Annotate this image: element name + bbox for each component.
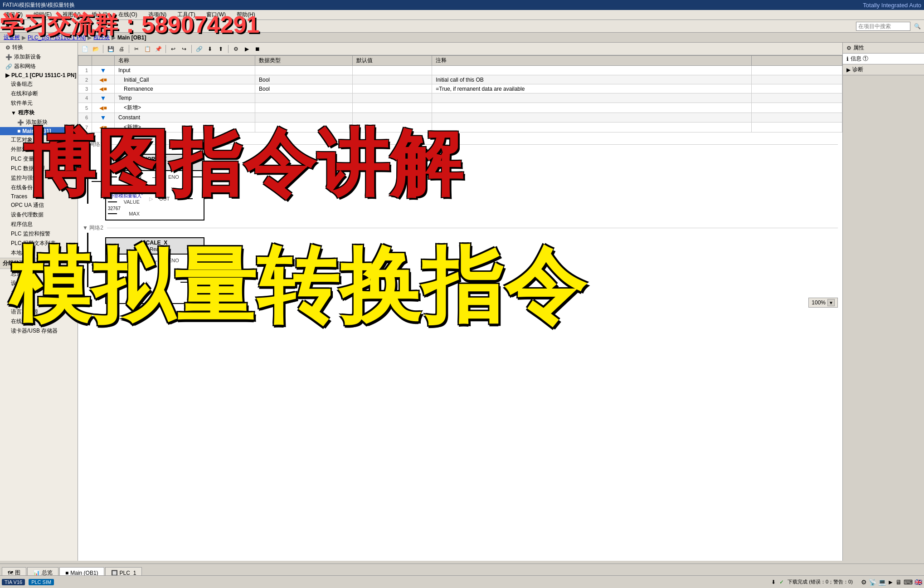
app-name-right: Totally Integrated Auto bbox=[863, 2, 921, 9]
table-row[interactable]: 4 ▼ Temp bbox=[78, 93, 842, 103]
tb-copy[interactable]: 📋 bbox=[142, 44, 152, 54]
tb-cut[interactable]: ✂ bbox=[131, 44, 141, 54]
table-row[interactable]: 1 ▼ Input bbox=[78, 66, 842, 75]
table-row[interactable]: 6 ▼ Constant bbox=[78, 113, 842, 122]
row-icon: ◀■ bbox=[92, 84, 115, 93]
col-num bbox=[78, 56, 92, 66]
tia-version: TIA V16 bbox=[2, 579, 25, 585]
tb-save[interactable]: 💾 bbox=[106, 44, 116, 54]
row-default bbox=[353, 84, 432, 93]
sidebar-item-add-device[interactable]: ➕ 添加新设备 bbox=[0, 52, 78, 62]
status-download-text: 下载完成 (错误：0；警告：0) bbox=[788, 578, 853, 585]
tb-print[interactable]: 🖨 bbox=[117, 44, 126, 54]
sidebar-item-plc[interactable]: ▶ PLC_1 [CPU 1511C-1 PN] bbox=[0, 71, 78, 79]
row-name[interactable]: Input bbox=[115, 66, 255, 75]
row-num: 6 bbox=[78, 113, 92, 122]
status-icons-right: ⚙ 📡 💻 ► 🖥 ⌨ 🇬🇧 bbox=[861, 578, 922, 586]
tb-paste[interactable]: 📌 bbox=[153, 44, 163, 54]
row-type: Bool bbox=[255, 75, 353, 84]
row-num: 4 bbox=[78, 93, 92, 103]
sidebar-item-convert[interactable]: ⚙ 转换 bbox=[0, 43, 78, 52]
main-overlay-title: 博图指令讲解 bbox=[23, 127, 463, 200]
sidebar-item-device-proxy[interactable]: 设备代理数据 bbox=[0, 210, 78, 220]
col-extra bbox=[752, 56, 842, 66]
tb-download[interactable]: ⬇ bbox=[205, 44, 215, 54]
search-button[interactable]: 🔍 bbox=[912, 21, 922, 31]
sidebar-item-program-blocks[interactable]: ▼ 程序块 bbox=[0, 108, 78, 118]
norm-x-max-row: 32767 MAX bbox=[108, 206, 202, 216]
sidebar-item-plc-alarms[interactable]: PLC 监控和报警 bbox=[0, 229, 78, 239]
row-default bbox=[353, 103, 432, 113]
col-comment[interactable]: 注释 bbox=[432, 56, 752, 66]
table-row[interactable]: 5 ◀■ <新增> bbox=[78, 103, 842, 113]
tb-network[interactable]: 🔗 bbox=[194, 44, 204, 54]
diag-icon: ▶ bbox=[846, 67, 851, 73]
row-icon: ◀■ bbox=[92, 103, 115, 113]
content-toolbar: 📄 📂 💾 🖨 ✂ 📋 📌 ↩ ↪ 🔗 ⬇ ⬆ ⚙ ▶ ⏹ bbox=[78, 43, 842, 55]
row-name[interactable]: Constant bbox=[115, 113, 255, 122]
col-default[interactable]: 默认值 bbox=[353, 56, 432, 66]
main-overlay-subtitle: 模拟量转换指令 bbox=[9, 245, 587, 327]
sidebar-item-program-info[interactable]: 程序信息 bbox=[0, 220, 78, 229]
right-tab-diagnostics[interactable]: ▶ 诊断 bbox=[843, 64, 924, 75]
tb-go-offline[interactable]: ⏹ bbox=[253, 44, 263, 54]
tb-redo[interactable]: ↪ bbox=[179, 44, 189, 54]
row-num: 3 bbox=[78, 84, 92, 93]
search-input[interactable] bbox=[856, 22, 910, 31]
row-num: 5 bbox=[78, 103, 92, 113]
tb-upload[interactable]: ⬆ bbox=[216, 44, 226, 54]
properties-icon: ⚙ bbox=[846, 45, 851, 51]
row-icon: ▼ bbox=[92, 93, 115, 103]
row-type bbox=[255, 66, 353, 75]
sidebar-item-network[interactable]: 🔗 器和网络 bbox=[0, 62, 78, 71]
zoom-dropdown-btn[interactable]: ▼ bbox=[827, 299, 835, 306]
norm-x-max-label: 32767 bbox=[108, 206, 121, 211]
row-num: 1 bbox=[78, 66, 92, 75]
interface-table: 名称 数据类型 默认值 注释 1 ▼ Input bbox=[78, 55, 842, 132]
expand-arrow: ▼ bbox=[11, 110, 16, 116]
sidebar-item-online-diag[interactable]: 在线和诊断 bbox=[0, 89, 78, 98]
row-type bbox=[255, 103, 353, 113]
table-row[interactable]: 2 ◀■ Initial_Call Bool Initial call of t… bbox=[78, 75, 842, 84]
row-default bbox=[353, 113, 432, 122]
row-default bbox=[353, 66, 432, 75]
status-check: ✓ bbox=[779, 579, 784, 585]
row-name[interactable]: Remanence bbox=[115, 84, 255, 93]
row-comment: =True, if remanent data are available bbox=[432, 84, 752, 93]
title-bar: FATIA\模拟量转换\模拟量转换 Totally Integrated Aut… bbox=[0, 0, 924, 10]
tb-sep1 bbox=[103, 45, 103, 53]
row-icon: ▼ bbox=[92, 113, 115, 122]
right-tab-info[interactable]: ℹ 信息 ① bbox=[843, 54, 924, 64]
row-default bbox=[353, 75, 432, 84]
table-row[interactable]: 3 ◀■ Remanence Bool =True, if remanent d… bbox=[78, 84, 842, 93]
zoom-value: 100% bbox=[812, 299, 826, 306]
network2-header: ▼ 网络2 bbox=[83, 224, 838, 232]
row-comment bbox=[432, 122, 752, 132]
tb-open[interactable]: 📂 bbox=[91, 44, 101, 54]
tb-undo[interactable]: ↩ bbox=[168, 44, 178, 54]
right-tab-properties[interactable]: ⚙ 属性 bbox=[843, 43, 924, 54]
tb-go-online[interactable]: ▶ bbox=[242, 44, 252, 54]
row-comment bbox=[432, 66, 752, 75]
row-num: 2 bbox=[78, 75, 92, 84]
row-name[interactable]: Temp bbox=[115, 93, 255, 103]
sidebar-item-software[interactable]: 软件单元 bbox=[0, 98, 78, 108]
row-name[interactable]: Initial_Call bbox=[115, 75, 255, 84]
status-download: ⬇ bbox=[771, 579, 776, 585]
row-comment: Initial call of this OB bbox=[432, 75, 752, 84]
tb-new[interactable]: 📄 bbox=[80, 44, 90, 54]
row-icon: ◀■ bbox=[92, 75, 115, 84]
sidebar-item-device-config[interactable]: 设备组态 bbox=[0, 79, 78, 89]
col-icons bbox=[92, 56, 115, 66]
row-comment bbox=[432, 113, 752, 122]
convert-icon: ⚙ bbox=[5, 44, 10, 51]
row-name[interactable]: <新增> bbox=[115, 103, 255, 113]
tb-compile[interactable]: ⚙ bbox=[231, 44, 241, 54]
tb-sep2 bbox=[129, 45, 129, 53]
col-name[interactable]: 名称 bbox=[115, 56, 255, 66]
col-type[interactable]: 数据类型 bbox=[255, 56, 353, 66]
code-area: 名称 数据类型 默认值 注释 1 ▼ Input bbox=[78, 55, 842, 132]
tb-sep4 bbox=[191, 45, 192, 53]
add-icon: ➕ bbox=[5, 54, 12, 60]
row-icon: ▼ bbox=[92, 66, 115, 75]
